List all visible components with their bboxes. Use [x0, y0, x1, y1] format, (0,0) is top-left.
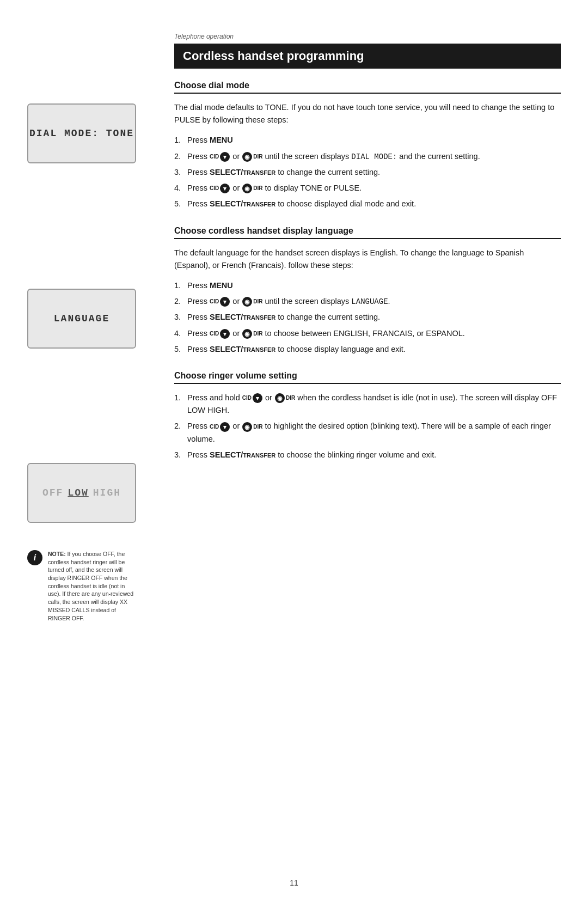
- page-number: 11: [290, 879, 298, 887]
- dir-icon: ◉: [242, 152, 252, 162]
- cid-down-icon-r2: ▾: [220, 422, 230, 432]
- info-icon: i: [27, 550, 42, 565]
- language-screen: LANGUAGE: [27, 289, 136, 349]
- menu-bold: MENU: [210, 136, 233, 144]
- step-dial-3: 3. Press SELECT/TRANSFER to change the c…: [174, 166, 561, 179]
- cid-button-r1: CID▾: [242, 393, 263, 403]
- dial-mode-screen: DIAL MODE: TONE: [27, 103, 136, 163]
- step-dial-5: 5. Press SELECT/TRANSFER to choose displ…: [174, 198, 561, 210]
- select-bold-3: SELECT/TRANSFER: [210, 168, 275, 176]
- page-label: Telephone operation: [174, 33, 561, 40]
- ringer-display: OFF LOW HIGH: [42, 487, 121, 498]
- note-bold: NOTE:: [48, 551, 66, 557]
- language-display: LANGUAGE: [54, 313, 109, 324]
- dir-icon-l4: ◉: [242, 329, 252, 339]
- dir-button-l2: ◉DIR: [242, 297, 262, 307]
- cid-down-icon-l2: ▾: [220, 297, 230, 307]
- dir-button-4: ◉DIR: [242, 184, 262, 193]
- section-language-intro: The default language for the handset scr…: [174, 247, 561, 272]
- section-ringer-title: Choose ringer volume setting: [174, 371, 561, 384]
- cid-down-icon-4: ▾: [220, 184, 230, 193]
- dir-icon-4: ◉: [242, 184, 252, 193]
- info-note-box: i NOTE: If you choose OFF, the cordless …: [22, 550, 142, 622]
- dial-mode-steps: 1. Press MENU 2. Press CID▾ or ◉DIR unti…: [174, 134, 561, 210]
- ringer-screen: OFF LOW HIGH: [27, 463, 136, 523]
- cid-button-l4: CID▾: [210, 329, 230, 339]
- main-title: Cordless handset programming: [174, 44, 561, 69]
- menu-bold-lang: MENU: [210, 281, 233, 290]
- cid-button: CID▾: [210, 152, 230, 162]
- dir-button: ◉DIR: [242, 152, 262, 162]
- section-dial-mode: Choose dial mode The dial mode defaults …: [174, 81, 561, 211]
- right-column: Telephone operation Cordless handset pro…: [163, 33, 588, 876]
- step-lang-4: 4. Press CID▾ or ◉DIR to choose between …: [174, 327, 561, 340]
- step-ringer-1: 1. Press and hold CID▾ or ◉DIR when the …: [174, 392, 561, 417]
- note-body: If you choose OFF, the cordless handset …: [48, 551, 133, 621]
- step-dial-1: 1. Press MENU: [174, 134, 561, 147]
- step-lang-1: 1. Press MENU: [174, 279, 561, 292]
- ringer-steps: 1. Press and hold CID▾ or ◉DIR when the …: [174, 392, 561, 461]
- cid-button-r2: CID▾: [210, 422, 230, 432]
- cid-down-icon-l4: ▾: [220, 329, 230, 339]
- section-language: Choose cordless handset display language…: [174, 226, 561, 356]
- cid-button-l2: CID▾: [210, 297, 230, 307]
- section-language-title: Choose cordless handset display language: [174, 226, 561, 239]
- select-bold-r3: SELECT/TRANSFER: [210, 450, 275, 459]
- select-bold-l3: SELECT/TRANSFER: [210, 313, 275, 321]
- step-lang-3: 3. Press SELECT/TRANSFER to change the c…: [174, 311, 561, 324]
- step-ringer-2: 2. Press CID▾ or ◉DIR to highlight the d…: [174, 420, 561, 445]
- dir-button-r1: ◉DIR: [274, 393, 295, 403]
- cid-down-icon-r1: ▾: [253, 393, 262, 403]
- note-text: NOTE: If you choose OFF, the cordless ha…: [48, 550, 136, 622]
- step-ringer-3: 3. Press SELECT/TRANSFER to choose the b…: [174, 449, 561, 461]
- left-column: DIAL MODE: TONE LANGUAGE OFF LOW HIGH i …: [0, 33, 163, 876]
- language-steps: 1. Press MENU 2. Press CID▾ or ◉DIR unti…: [174, 279, 561, 356]
- step-dial-4: 4. Press CID▾ or ◉DIR to display TONE or…: [174, 182, 561, 194]
- dir-icon-l2: ◉: [242, 297, 252, 307]
- ringer-low: LOW: [68, 487, 88, 498]
- select-bold-5: SELECT/TRANSFER: [210, 199, 275, 208]
- step-lang-2: 2. Press CID▾ or ◉DIR until the screen d…: [174, 295, 561, 308]
- select-bold-l5: SELECT/TRANSFER: [210, 345, 275, 353]
- ringer-off: OFF: [42, 487, 63, 498]
- section-dial-mode-intro: The dial mode defaults to TONE. If you d…: [174, 101, 561, 126]
- dial-mode-display: DIAL MODE: TONE: [29, 128, 134, 139]
- section-dial-mode-title: Choose dial mode: [174, 81, 561, 94]
- dir-icon-r2: ◉: [242, 422, 252, 432]
- ringer-high: HIGH: [93, 487, 121, 498]
- cid-button-4: CID▾: [210, 184, 230, 193]
- dir-button-r2: ◉DIR: [242, 422, 262, 432]
- dir-icon-r1: ◉: [275, 393, 285, 403]
- step-lang-5: 5. Press SELECT/TRANSFER to choose displ…: [174, 343, 561, 356]
- dir-button-l4: ◉DIR: [242, 329, 262, 339]
- section-ringer: Choose ringer volume setting 1. Press an…: [174, 371, 561, 461]
- step-dial-2: 2. Press CID▾ or ◉DIR until the screen d…: [174, 150, 561, 163]
- cid-down-icon: ▾: [220, 152, 230, 162]
